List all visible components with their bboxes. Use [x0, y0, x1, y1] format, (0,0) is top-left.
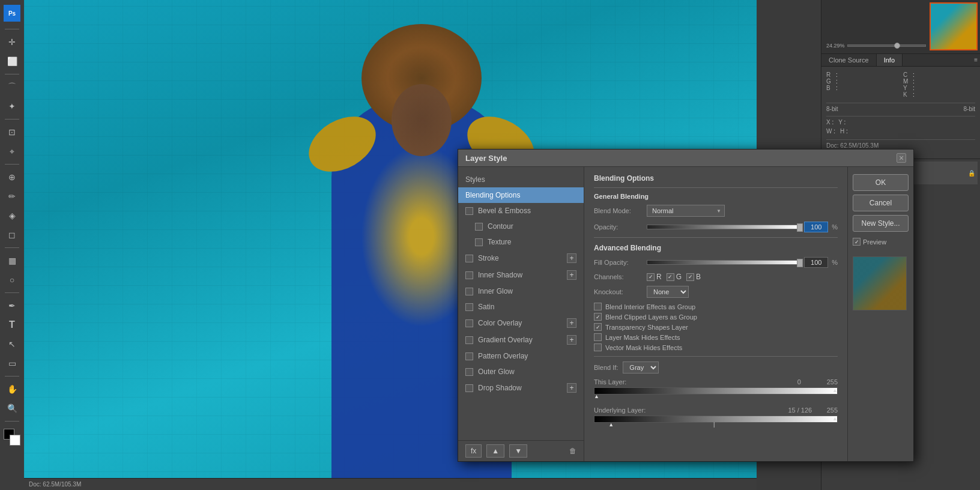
fill-opacity-slider-track[interactable] [647, 260, 800, 265]
underlying-layer-label-row: Underlying Layer: 15 / 126 255 [594, 407, 838, 414]
texture-checkbox[interactable] [475, 238, 483, 246]
blend-interior-checkbox[interactable] [594, 303, 602, 310]
sidebar-item-texture[interactable]: Texture [458, 234, 584, 250]
type-tool[interactable]: T [4, 317, 20, 333]
marquee-tool[interactable]: ⬜ [4, 53, 20, 69]
outer-glow-checkbox[interactable] [465, 368, 473, 376]
opacity-row: Opacity: % [594, 222, 838, 232]
sidebar-item-blending-options[interactable]: Blending Options [458, 187, 584, 203]
pen-tool[interactable]: ✒ [4, 298, 20, 313]
sidebar-item-inner-shadow[interactable]: Inner Shadow + [458, 267, 584, 283]
this-layer-left-arrow[interactable]: ▲ [594, 393, 599, 399]
move-up-button[interactable]: ▲ [486, 444, 504, 458]
stroke-label: Stroke [478, 254, 499, 262]
zoom-slider[interactable] [847, 44, 926, 47]
layer-style-dialog[interactable]: Layer Style × Styles Blending Options Be… [458, 149, 914, 462]
blend-clipped-checkbox[interactable] [594, 313, 602, 321]
knockout-label: Knockout: [594, 288, 642, 295]
sidebar-item-styles[interactable]: Styles [458, 172, 584, 187]
sidebar-item-color-overlay[interactable]: Color Overlay + [458, 315, 584, 331]
eyedropper-tool[interactable]: ⌖ [4, 144, 20, 159]
healing-tool[interactable]: ⊕ [4, 169, 20, 185]
move-down-button[interactable]: ▼ [509, 444, 527, 458]
foreground-background-colors[interactable] [4, 429, 20, 446]
contour-checkbox[interactable] [475, 223, 483, 231]
underlying-right-arrow[interactable]: ▲ [832, 416, 838, 422]
lasso-tool[interactable]: ⌒ [4, 79, 20, 95]
shape-tool[interactable]: ▭ [4, 355, 20, 371]
stroke-add-button[interactable]: + [567, 253, 576, 263]
lock-icon: 🔒 [968, 170, 975, 177]
doc-size-status: Doc: 62.5M/105.3M [29, 481, 81, 488]
vector-mask-checkbox[interactable] [594, 343, 602, 351]
sidebar-item-outer-glow[interactable]: Outer Glow [458, 364, 584, 380]
info-tab[interactable]: Info [877, 54, 903, 66]
pattern-overlay-checkbox[interactable] [465, 352, 473, 360]
dodge-tool[interactable]: ○ [4, 272, 20, 288]
panel-menu-btn[interactable]: ≡ [972, 54, 980, 66]
delete-button[interactable]: 🗑 [569, 447, 576, 455]
eraser-tool[interactable]: ◻ [4, 227, 20, 243]
inner-glow-checkbox[interactable] [465, 288, 473, 295]
gradient-tool[interactable]: ▦ [4, 253, 20, 268]
magic-wand-tool[interactable]: ✦ [4, 98, 20, 114]
cancel-button[interactable]: Cancel [853, 195, 909, 211]
sidebar-item-gradient-overlay[interactable]: Gradient Overlay + [458, 331, 584, 348]
drop-shadow-add-button[interactable]: + [567, 383, 576, 393]
fx-button[interactable]: fx [465, 444, 482, 458]
sidebar-item-pattern-overlay[interactable]: Pattern Overlay [458, 348, 584, 364]
zoom-slider-thumb[interactable] [894, 43, 900, 49]
fill-opacity-value-input[interactable] [804, 257, 828, 268]
sidebar-item-inner-glow[interactable]: Inner Glow [458, 283, 584, 299]
inner-shadow-checkbox[interactable] [465, 271, 473, 279]
zoom-controls: 24.29% [826, 43, 926, 49]
move-tool[interactable]: ✛ [4, 34, 20, 50]
bevel-emboss-checkbox[interactable] [465, 207, 473, 215]
opacity-slider-thumb[interactable] [797, 223, 803, 232]
opacity-value-input[interactable] [804, 222, 828, 232]
channel-g-checkbox[interactable] [667, 273, 674, 281]
sidebar-item-stroke[interactable]: Stroke + [458, 250, 584, 267]
knockout-select[interactable]: None Shallow Deep [647, 286, 689, 298]
hand-tool[interactable]: ✋ [4, 381, 20, 397]
this-layer-right-arrow[interactable]: ▲ [832, 387, 838, 393]
layer-mask-checkbox[interactable] [594, 333, 602, 341]
sidebar-item-contour[interactable]: Contour [458, 219, 584, 234]
underlying-mid-cursor[interactable]: | [713, 422, 715, 428]
blend-if-select[interactable]: Gray Red Green Blue [623, 361, 659, 374]
preview-checkbox[interactable] [853, 238, 861, 246]
underlying-left-arrow[interactable]: ▲ [608, 422, 614, 428]
opacity-percent-label: % [832, 223, 838, 231]
sidebar-item-drop-shadow[interactable]: Drop Shadow + [458, 380, 584, 396]
opacity-slider-track[interactable] [647, 225, 800, 229]
fill-opacity-slider-thumb[interactable] [797, 259, 803, 267]
dialog-close-button[interactable]: × [897, 153, 906, 163]
sidebar-item-bevel-emboss[interactable]: Bevel & Emboss [458, 203, 584, 219]
drop-shadow-checkbox[interactable] [465, 384, 473, 392]
g-label: G [826, 78, 833, 85]
underlying-layer-slider-container: ▲ | ▲ [594, 416, 838, 428]
zoom-tool[interactable]: 🔍 [4, 401, 20, 416]
clone-source-tab[interactable]: Clone Source [821, 54, 877, 66]
inner-shadow-add-button[interactable]: + [567, 270, 576, 280]
color-overlay-add-button[interactable]: + [567, 318, 576, 328]
satin-checkbox[interactable] [465, 303, 473, 311]
gradient-overlay-checkbox[interactable] [465, 336, 473, 344]
ok-button[interactable]: OK [853, 174, 909, 191]
channel-r-checkbox[interactable] [647, 273, 655, 281]
bit-depth-row: 8-bit 8-bit [826, 103, 975, 112]
path-selection-tool[interactable]: ↖ [4, 336, 20, 352]
vector-mask-row: Vector Mask Hides Effects [594, 343, 838, 351]
sidebar-item-satin[interactable]: Satin [458, 299, 584, 315]
color-overlay-checkbox[interactable] [465, 319, 473, 327]
gradient-overlay-add-button[interactable]: + [567, 335, 576, 345]
clone-stamp-tool[interactable]: ◈ [4, 208, 20, 223]
stroke-checkbox[interactable] [465, 255, 473, 262]
channel-b-checkbox[interactable] [686, 273, 694, 281]
crop-tool[interactable]: ⊡ [4, 124, 20, 140]
blend-mode-select[interactable]: Normal Dissolve Multiply Screen Overlay [647, 205, 725, 217]
brush-tool[interactable]: ✏ [4, 189, 20, 204]
bevel-emboss-label: Bevel & Emboss [478, 207, 531, 215]
transparency-shapes-checkbox[interactable] [594, 323, 602, 331]
new-style-button[interactable]: New Style... [853, 215, 909, 232]
